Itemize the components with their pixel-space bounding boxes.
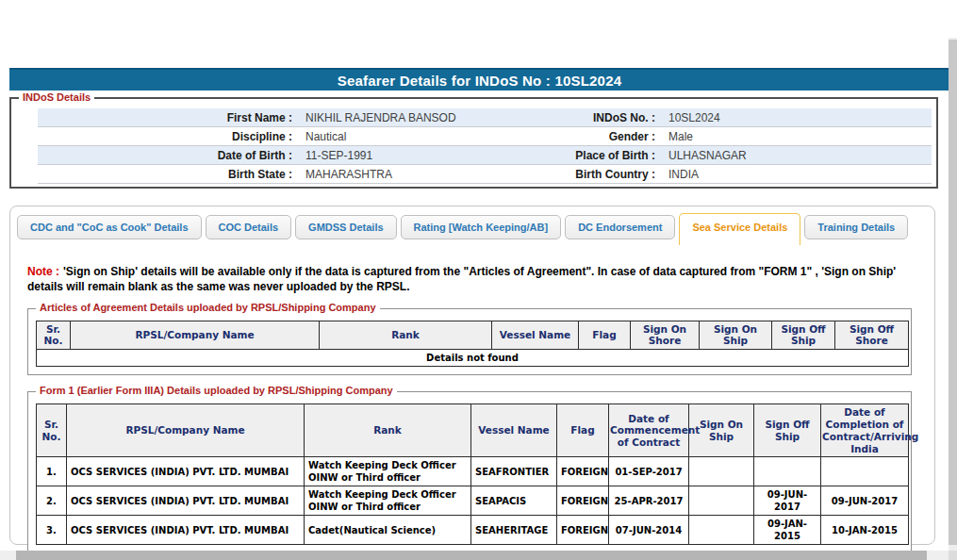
cell-vessel-name: SEAHERITAGE <box>471 516 557 545</box>
column-header-rpsl-company-name: RPSL/Company Name <box>71 321 320 350</box>
note: Note :'Sign on Ship' details will be ava… <box>27 265 914 295</box>
tab-gmdss-details[interactable]: GMDSS Details <box>295 215 396 239</box>
cell-sign-on-ship <box>689 457 754 486</box>
field-label: Gender : <box>530 130 662 143</box>
column-header-flag: Flag <box>557 404 609 457</box>
tab-cdc-and-coc-as-cook-details[interactable]: CDC and "CoC as Cook" Details <box>17 215 202 239</box>
field-label: Birth Country : <box>530 168 662 181</box>
field-label: Place of Birth : <box>530 149 662 162</box>
column-header-sr-no: Sr. No. <box>37 321 71 350</box>
cell-flag: FOREIGN <box>557 486 609 516</box>
horizontal-scrollbar-thumb[interactable] <box>16 551 927 560</box>
cell-rpsl-company-name: OCS SERVICES (INDIA) PVT. LTD. MUMBAI <box>67 516 305 545</box>
column-header-sign-off-shore: Sign Off Shore <box>835 321 909 350</box>
page-title-bar: Seafarer Details for INDoS No : 10SL2024 <box>9 68 949 91</box>
cell-sign-on-ship <box>689 516 754 545</box>
column-header-rank: Rank <box>320 321 492 350</box>
column-header-sign-off-ship: Sign Off Ship <box>772 321 835 350</box>
field-value: 10SL2024 <box>662 111 932 124</box>
field-value: ULHASNAGAR <box>662 149 932 162</box>
table-row: Details not found <box>37 350 909 367</box>
indos-row: Birth State :MAHARASHTRABirth Country :I… <box>38 165 932 184</box>
scrollbar-corner <box>949 551 957 560</box>
indos-rows: First Name :NIKHIL RAJENDRA BANSODINDoS … <box>38 108 932 184</box>
tab-coc-details[interactable]: COC Details <box>206 215 292 239</box>
column-header-vessel-name: Vessel Name <box>471 404 557 457</box>
indos-row: Date of Birth :11-SEP-1991Place of Birth… <box>38 146 932 165</box>
agreement-legend: Articles of Agreement Details uploaded b… <box>36 302 380 313</box>
cell-rank: Cadet(Nautical Science) <box>305 516 471 545</box>
table-row: 3.OCS SERVICES (INDIA) PVT. LTD. MUMBAIC… <box>37 516 909 545</box>
cell-date-of-commencement-of-contract: 25-APR-2017 <box>609 486 689 516</box>
cell-sr-no: 3. <box>37 516 67 545</box>
column-header-sign-off-ship: Sign Off Ship <box>754 404 821 457</box>
field-label: First Name : <box>38 111 299 124</box>
field-value: Male <box>662 130 932 143</box>
cell-rpsl-company-name: OCS SERVICES (INDIA) PVT. LTD. MUMBAI <box>67 457 305 486</box>
form1-section: Form 1 (Earlier Form IIIA) Details uploa… <box>27 391 912 553</box>
indos-details-legend: INDoS Details <box>19 91 94 103</box>
cell-sign-off-ship: 09-JAN-2015 <box>754 516 821 545</box>
column-header-date-of-completion-of-contract-arriving-india: Date of Completion of Contract/Arriving … <box>821 404 909 457</box>
tab-panel: CDC and "CoC as Cook" DetailsCOC Details… <box>9 206 935 545</box>
field-value: Nautical <box>299 130 530 143</box>
field-label: Discipline : <box>38 130 299 143</box>
field-label: Birth State : <box>38 168 299 181</box>
column-header-date-of-commencement-of-contract: Date of Commencement of Contract <box>609 404 689 457</box>
column-header-flag: Flag <box>579 321 631 350</box>
cell-sr-no: 2. <box>37 486 67 516</box>
field-label: INDoS No. : <box>530 111 662 124</box>
vertical-scrollbar-thumb[interactable] <box>949 40 957 545</box>
table-header-row: Sr. No.RPSL/Company NameRankVessel NameF… <box>37 404 909 457</box>
agreement-table: Sr. No.RPSL/Company NameRankVessel NameF… <box>36 321 909 368</box>
cell-date-of-completion-of-contract-arriving-india: 10-JAN-2015 <box>821 516 909 545</box>
note-label: Note : <box>27 265 59 278</box>
indos-row: Discipline :NauticalGender :Male <box>38 127 932 146</box>
agreement-section: Articles of Agreement Details uploaded b… <box>27 308 912 376</box>
cell-rank: Watch Keeping Deck Officer OINW or Third… <box>305 457 471 486</box>
column-header-rpsl-company-name: RPSL/Company Name <box>67 404 305 457</box>
column-header-sign-on-ship: Sign On Ship <box>700 321 772 350</box>
indos-details-section: INDoS Details First Name :NIKHIL RAJENDR… <box>9 97 938 189</box>
page-title: Seafarer Details for INDoS No : 10SL2024 <box>338 73 621 89</box>
cell-date-of-commencement-of-contract: 07-JUN-2014 <box>609 516 689 545</box>
indos-row: First Name :NIKHIL RAJENDRA BANSODINDoS … <box>38 108 932 127</box>
cell-rank: Watch Keeping Deck Officer OINW or Third… <box>305 486 471 516</box>
form1-legend: Form 1 (Earlier Form IIIA) Details uploa… <box>36 385 397 396</box>
table-header-row: Sr. No.RPSL/Company NameRankVessel NameF… <box>37 321 909 350</box>
field-value: MAHARASHTRA <box>299 168 530 181</box>
column-header-sign-on-shore: Sign On Shore <box>631 321 700 350</box>
cell-vessel-name: SEAFRONTIER <box>471 457 557 486</box>
cell-flag: FOREIGN <box>557 457 609 486</box>
field-value: INDIA <box>662 168 932 181</box>
tab-rating-watch-keeping-ab[interactable]: Rating [Watch Keeping/AB] <box>401 215 562 239</box>
column-header-rank: Rank <box>305 404 471 457</box>
tab-sea-service-details[interactable]: Sea Service Details <box>679 213 800 245</box>
horizontal-scrollbar[interactable] <box>0 551 957 560</box>
note-text: 'Sign on Ship' details will be available… <box>27 265 896 293</box>
cell-date-of-completion-of-contract-arriving-india: 09-JUN-2017 <box>821 486 909 516</box>
table-row: 2.OCS SERVICES (INDIA) PVT. LTD. MUMBAIW… <box>37 486 909 516</box>
column-header-sr-no: Sr. No. <box>37 404 67 457</box>
column-header-vessel-name: Vessel Name <box>492 321 579 350</box>
vertical-scrollbar[interactable] <box>949 38 957 551</box>
cell-flag: FOREIGN <box>557 516 609 545</box>
table-row: 1.OCS SERVICES (INDIA) PVT. LTD. MUMBAIW… <box>37 457 909 486</box>
field-value: NIKHIL RAJENDRA BANSOD <box>299 111 530 124</box>
tabs: CDC and "CoC as Cook" DetailsCOC Details… <box>17 215 934 239</box>
field-label: Date of Birth : <box>38 149 299 162</box>
tab-dc-endorsement[interactable]: DC Endorsement <box>565 215 675 239</box>
cell-rpsl-company-name: OCS SERVICES (INDIA) PVT. LTD. MUMBAI <box>67 486 305 516</box>
form1-table: Sr. No.RPSL/Company NameRankVessel NameF… <box>36 404 909 545</box>
cell-sr-no: 1. <box>37 457 67 486</box>
empty-message: Details not found <box>37 350 909 367</box>
tab-training-details[interactable]: Training Details <box>804 215 908 239</box>
cell-date-of-completion-of-contract-arriving-india <box>821 457 909 486</box>
cell-date-of-commencement-of-contract: 01-SEP-2017 <box>609 457 689 486</box>
cell-sign-on-ship <box>689 486 754 516</box>
cell-vessel-name: SEAPACIS <box>471 486 557 516</box>
cell-sign-off-ship <box>754 457 821 486</box>
cell-sign-off-ship: 09-JUN-2017 <box>754 486 821 516</box>
field-value: 11-SEP-1991 <box>299 149 530 162</box>
